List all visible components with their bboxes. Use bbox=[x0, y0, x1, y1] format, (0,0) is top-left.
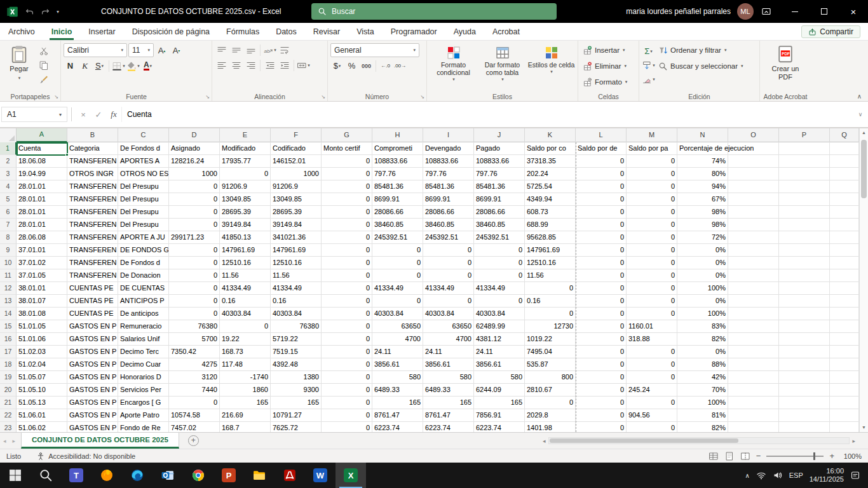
cell-A23[interactable]: 51.06.02 bbox=[17, 422, 67, 432]
cell-C18[interactable]: Decimo Cuar bbox=[118, 358, 169, 371]
cell-Q2[interactable] bbox=[830, 155, 859, 168]
cell-I10[interactable]: 0 bbox=[423, 257, 474, 269]
cell-G1[interactable]: Monto certif bbox=[322, 142, 372, 155]
cell-E18[interactable]: 117.48 bbox=[220, 358, 271, 371]
cell-E15[interactable]: 0 bbox=[220, 320, 271, 333]
user-name[interactable]: maria lourdes peñafiel parrales bbox=[626, 7, 731, 16]
cell-D1[interactable]: Asignado bbox=[169, 142, 220, 155]
cell-J21[interactable]: 165 bbox=[474, 396, 525, 409]
font-name-select[interactable]: Calibri▾ bbox=[64, 43, 127, 57]
cell-N14[interactable]: 100% bbox=[677, 308, 728, 320]
cell-J17[interactable]: 24.11 bbox=[474, 346, 525, 358]
cell-F10[interactable]: 12510.16 bbox=[271, 257, 322, 269]
cell-L1[interactable]: Saldo por de bbox=[576, 142, 627, 155]
cell-O15[interactable] bbox=[728, 320, 779, 333]
cell-I19[interactable]: 580 bbox=[423, 371, 474, 384]
align-left-button[interactable] bbox=[215, 58, 228, 72]
cell-K13[interactable]: 0.16 bbox=[525, 295, 576, 308]
align-middle-button[interactable] bbox=[229, 43, 243, 57]
cell-Q8[interactable] bbox=[830, 231, 859, 244]
cell-N12[interactable]: 100% bbox=[677, 282, 728, 295]
cell-C14[interactable]: De anticipos bbox=[118, 308, 169, 320]
cell-M22[interactable]: 904.56 bbox=[627, 409, 677, 422]
cell-G6[interactable]: 0 bbox=[322, 206, 372, 219]
cell-A21[interactable]: 51.05.13 bbox=[17, 396, 67, 409]
cell-I15[interactable]: 63650 bbox=[423, 320, 474, 333]
cell-Q4[interactable] bbox=[830, 180, 859, 193]
cell-L7[interactable]: 0 bbox=[576, 219, 627, 231]
cell-Q20[interactable] bbox=[830, 384, 859, 396]
cell-L12[interactable]: 0 bbox=[576, 282, 627, 295]
cell-F8[interactable]: 341021.36 bbox=[271, 231, 322, 244]
align-right-button[interactable] bbox=[244, 58, 257, 72]
cell-K20[interactable]: 2810.67 bbox=[525, 384, 576, 396]
cell-L3[interactable]: 0 bbox=[576, 168, 627, 180]
cell-D22[interactable]: 10574.58 bbox=[169, 409, 220, 422]
cell-I9[interactable]: 0 bbox=[423, 244, 474, 257]
cell-J22[interactable]: 7856.91 bbox=[474, 409, 525, 422]
cell-J5[interactable]: 8699.91 bbox=[474, 193, 525, 206]
close-button[interactable]: × bbox=[839, 0, 868, 23]
cell-A9[interactable]: 37.01.01 bbox=[17, 244, 67, 257]
cell-N9[interactable]: 0% bbox=[677, 244, 728, 257]
cell-N19[interactable]: 42% bbox=[677, 371, 728, 384]
cell-M3[interactable]: 0 bbox=[627, 168, 677, 180]
column-header-Q[interactable]: Q bbox=[830, 128, 859, 142]
cell-C7[interactable]: Del Presupu bbox=[118, 219, 169, 231]
cell-J14[interactable]: 40303.84 bbox=[474, 308, 525, 320]
row-header-23[interactable]: 23 bbox=[0, 422, 17, 432]
vertical-scrollbar[interactable]: ▲ ▼ bbox=[859, 128, 868, 432]
name-box[interactable]: A1▾ bbox=[1, 107, 67, 122]
cell-C8[interactable]: APORTE A JU bbox=[118, 231, 169, 244]
cell-F22[interactable]: 10791.27 bbox=[271, 409, 322, 422]
cell-I6[interactable]: 28086.66 bbox=[423, 206, 474, 219]
cell-L22[interactable]: 0 bbox=[576, 409, 627, 422]
taskbar-word-icon[interactable]: W bbox=[305, 463, 336, 488]
find-select-button[interactable]: Buscar y seleccionar▾ bbox=[656, 59, 745, 73]
cell-L17[interactable]: 0 bbox=[576, 346, 627, 358]
cell-K15[interactable]: 12730 bbox=[525, 320, 576, 333]
cell-B4[interactable]: TRANSFEREN bbox=[67, 180, 118, 193]
cell-M5[interactable]: 0 bbox=[627, 193, 677, 206]
cell-N3[interactable]: 80% bbox=[677, 168, 728, 180]
taskbar-search-button[interactable] bbox=[31, 463, 61, 488]
cell-E2[interactable]: 17935.77 bbox=[220, 155, 271, 168]
cell-E19[interactable]: -1740 bbox=[220, 371, 271, 384]
cell-P18[interactable] bbox=[779, 358, 830, 371]
cell-A2[interactable]: 18.06.08 bbox=[17, 155, 67, 168]
cell-I20[interactable]: 6489.33 bbox=[423, 384, 474, 396]
cell-F5[interactable]: 13049.85 bbox=[271, 193, 322, 206]
cell-Q5[interactable] bbox=[830, 193, 859, 206]
cell-O21[interactable] bbox=[728, 396, 779, 409]
cell-C23[interactable]: Fondo de Re bbox=[118, 422, 169, 432]
cell-P10[interactable] bbox=[779, 257, 830, 269]
cell-E14[interactable]: 40303.84 bbox=[220, 308, 271, 320]
cell-H5[interactable]: 8699.91 bbox=[372, 193, 423, 206]
normal-view-button[interactable] bbox=[709, 451, 719, 461]
cell-F19[interactable]: 1380 bbox=[271, 371, 322, 384]
cell-G22[interactable]: 0 bbox=[322, 409, 372, 422]
cell-B23[interactable]: GASTOS EN P bbox=[67, 422, 118, 432]
cell-O6[interactable] bbox=[728, 206, 779, 219]
cell-L2[interactable]: 0 bbox=[576, 155, 627, 168]
cell-G11[interactable]: 0 bbox=[322, 269, 372, 282]
cell-J19[interactable]: 580 bbox=[474, 371, 525, 384]
taskbar-file-explorer-icon[interactable] bbox=[244, 463, 275, 488]
cell-H2[interactable]: 108833.66 bbox=[372, 155, 423, 168]
cell-E9[interactable]: 147961.69 bbox=[220, 244, 271, 257]
row-header-10[interactable]: 10 bbox=[0, 257, 17, 269]
cell-K17[interactable]: 7495.04 bbox=[525, 346, 576, 358]
cell-B7[interactable]: TRANSFEREN bbox=[67, 219, 118, 231]
cell-E20[interactable]: 1860 bbox=[220, 384, 271, 396]
column-header-M[interactable]: M bbox=[627, 128, 677, 142]
cell-J9[interactable]: 0 bbox=[474, 244, 525, 257]
paste-button[interactable]: Pegar▾ bbox=[3, 43, 36, 90]
cell-F20[interactable]: 9300 bbox=[271, 384, 322, 396]
taskbar-microsoft-teams-icon[interactable]: T bbox=[61, 463, 92, 488]
cell-K12[interactable]: 0 bbox=[525, 282, 576, 295]
cell-L21[interactable]: 0 bbox=[576, 396, 627, 409]
row-header-6[interactable]: 6 bbox=[0, 206, 17, 219]
cell-B17[interactable]: GASTOS EN P bbox=[67, 346, 118, 358]
cell-E13[interactable]: 0.16 bbox=[220, 295, 271, 308]
cell-B3[interactable]: OTROS INGR bbox=[67, 168, 118, 180]
